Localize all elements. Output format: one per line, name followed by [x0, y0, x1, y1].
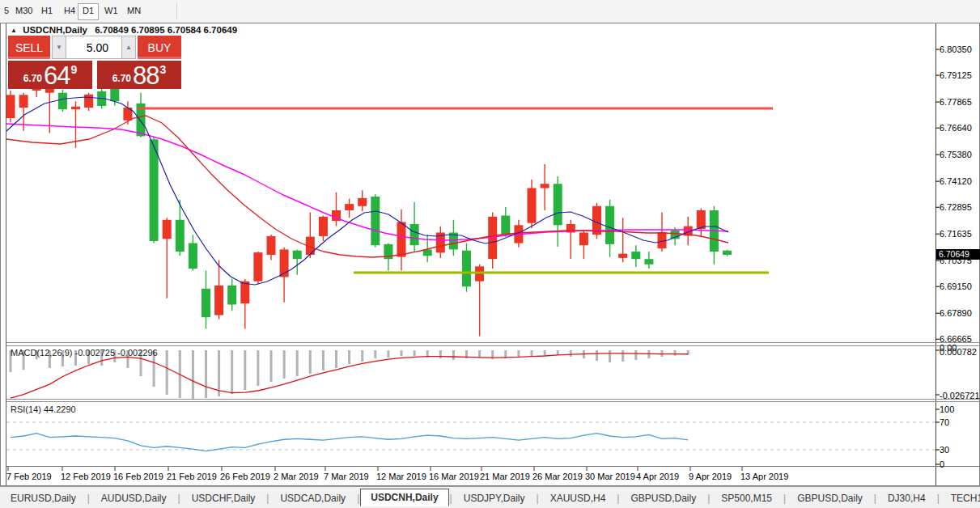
indicator-axis-label: 0.000782 — [940, 347, 977, 357]
timeframe-button-w1[interactable]: W1 — [100, 3, 122, 19]
chart-tab-sp500-m15[interactable]: SP500,M15 — [711, 489, 783, 507]
timeframe-button-d1[interactable]: D1 — [78, 3, 99, 20]
one-click-trade-panel: SELL ▼ ▲ BUY 6.70 64 9 6.70 88 3 — [8, 36, 181, 89]
timeframe-button-m30[interactable]: M30 — [11, 3, 36, 19]
chart-tab-dj30-h4[interactable]: DJ30,H4 — [877, 489, 936, 507]
price-axis-label: 6.66665 — [940, 334, 972, 344]
sell-price-tile[interactable]: 6.70 64 9 — [8, 61, 92, 89]
chart-tab-xauusd-h4[interactable]: XAUUSD,H4 — [540, 489, 617, 507]
indicator-axis-label: 100 — [940, 404, 954, 414]
price-axis-label: 6.71635 — [940, 229, 972, 239]
chart-title: ▲ USDCNH,Daily 6.70849 6.70895 6.70584 6… — [11, 25, 237, 35]
buy-price-pip: 3 — [160, 63, 167, 76]
price-axis-label: 6.76640 — [940, 123, 972, 133]
date-axis-label: 16 Mar 2019 — [429, 472, 479, 481]
price-axis-label: 6.80350 — [940, 44, 972, 54]
volume-increase-button[interactable]: ▲ — [121, 36, 136, 59]
chart-tab-tech100-h1[interactable]: TECH100,H1 — [940, 489, 980, 507]
price-axis-label: 6.67890 — [940, 308, 972, 318]
price-axis-label: 6.79125 — [940, 70, 972, 80]
chart-tab-usdcad-daily[interactable]: USDCAD,Daily — [269, 489, 356, 507]
sell-price-prefix: 6.70 — [23, 73, 42, 84]
chart-tab-usdjpy-daily[interactable]: USDJPY,Daily — [453, 489, 536, 507]
chart-tab-eurusd-daily[interactable]: EURUSD,Daily — [0, 489, 87, 507]
symbol-tab-bar: EURUSD,Daily|AUDUSD,Daily|USDCHF,Daily|U… — [0, 486, 980, 508]
date-axis-label: 21 Mar 2019 — [480, 472, 530, 481]
sell-price-pip: 9 — [71, 63, 78, 76]
date-axis-label: 7 Mar 2019 — [324, 472, 369, 481]
chart-tab-gbpusd-daily[interactable]: GBPUSD,Daily — [620, 489, 706, 507]
price-axis-label: 6.74120 — [940, 176, 972, 186]
platform-window: 5M30H1H4D1W1MN ▲ USDCNH,Daily 6.70849 6.… — [0, 0, 980, 508]
date-axis-label: 4 Apr 2019 — [636, 472, 679, 481]
price-axis-label: 6.69150 — [940, 282, 972, 291]
chart-tab-usdchf-daily[interactable]: USDCHF,Daily — [181, 489, 266, 507]
volume-decrease-button[interactable]: ▼ — [52, 36, 66, 59]
toolbar-separator — [176, 2, 177, 19]
buy-button[interactable]: BUY — [138, 36, 181, 59]
indicator-axis-label: -0.026721 — [940, 391, 980, 400]
price-axis-label: 6.72895 — [940, 202, 972, 212]
price-axis-label: 6.75380 — [940, 150, 972, 159]
chart-tab-usdcnh-daily[interactable]: USDCNH,Daily — [360, 489, 448, 506]
timeframe-button-h4[interactable]: H4 — [60, 3, 79, 19]
price-axis-label: 6.77865 — [940, 97, 972, 107]
date-axis-label: 13 Apr 2019 — [740, 472, 788, 481]
buy-price-big: 88 — [133, 66, 159, 87]
macd-signal-line — [11, 353, 688, 398]
current-price-badge: 6.70649 — [936, 249, 980, 260]
chart-tab-gbpusd-daily[interactable]: GBPUSD,Daily — [787, 489, 873, 507]
date-axis-label: 26 Mar 2019 — [532, 472, 583, 481]
panel-borders — [0, 23, 980, 486]
sell-price-big: 64 — [44, 66, 70, 87]
indicator-axis-label: 30 — [940, 445, 949, 455]
date-axis-label: 30 Mar 2019 — [585, 472, 635, 481]
volume-input[interactable] — [66, 36, 121, 59]
axis-ticks — [8, 49, 940, 471]
indicator-axis-label: 70 — [940, 417, 949, 427]
date-axis-label: 7 Feb 2019 — [6, 472, 52, 481]
macd-indicator-label: MACD(12,26,9) -0.002725 -0.002296 — [11, 348, 158, 358]
timeframe-toolbar: 5M30H1H4D1W1MN — [0, 0, 980, 23]
slow-ma-line — [6, 124, 728, 240]
macd-histogram — [10, 350, 689, 399]
fast-ma-line — [6, 97, 728, 285]
symbol-period-label: USDCNH,Daily — [23, 25, 87, 35]
ohlc-readout: 6.70849 6.70895 6.70584 6.70649 — [95, 25, 237, 35]
date-axis-label: 12 Mar 2019 — [376, 472, 426, 481]
chart-overlays: ▲ USDCNH,Daily 6.70849 6.70895 6.70584 6… — [0, 0, 980, 508]
buy-price-prefix: 6.70 — [112, 73, 131, 84]
timeframe-button-h1[interactable]: H1 — [37, 3, 57, 19]
rsi-indicator-label: RSI(14) 44.2290 — [11, 404, 76, 414]
date-axis-label: 12 Feb 2019 — [61, 472, 111, 481]
rsi-line — [11, 434, 688, 451]
mid-ma-line — [6, 116, 728, 257]
sell-button[interactable]: SELL — [8, 36, 50, 59]
date-axis-label: 16 Feb 2019 — [113, 472, 163, 481]
timeframe-button-mn[interactable]: MN — [123, 3, 145, 19]
candlesticks — [6, 83, 732, 337]
chart-tab-audusd-daily[interactable]: AUDUSD,Daily — [91, 489, 177, 507]
collapse-triangle-icon[interactable]: ▲ — [11, 27, 17, 34]
buy-price-tile[interactable]: 6.70 88 3 — [97, 61, 181, 89]
date-axis-label: 21 Feb 2019 — [167, 472, 217, 481]
indicator-axis-label: 0 — [940, 459, 944, 469]
date-axis-label: 2 Mar 2019 — [274, 472, 319, 481]
date-axis-label: 9 Apr 2019 — [689, 472, 732, 481]
date-axis-label: 26 Feb 2019 — [220, 472, 270, 481]
